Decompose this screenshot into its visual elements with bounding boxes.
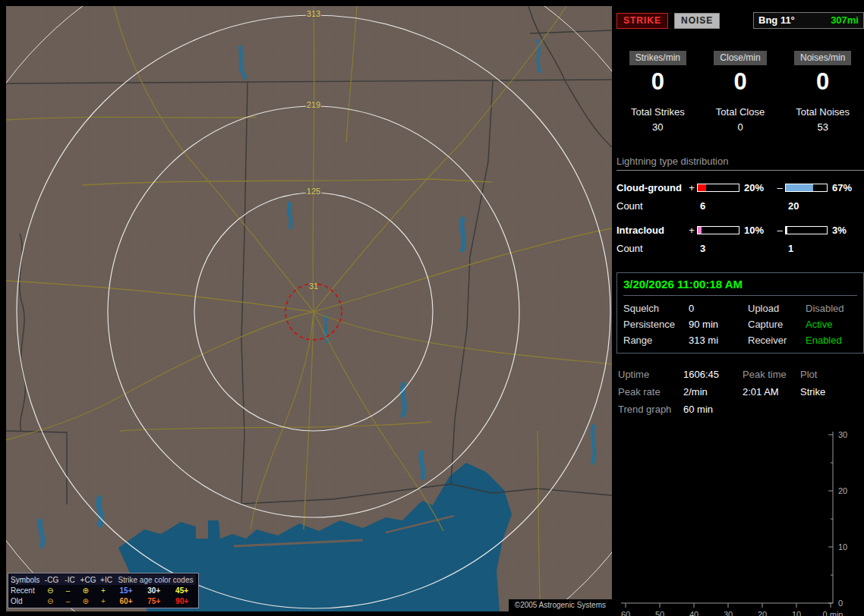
plot-value: Strike xyxy=(800,386,862,398)
peak-time-label: Peak time xyxy=(743,369,800,380)
count-label: Count xyxy=(616,200,686,212)
cloud-ground-row: Cloud-ground + 20% – 67% xyxy=(616,178,864,196)
noises-per-min-label: Noises/min xyxy=(794,51,851,65)
legend-recent-row: Recent ⊖ – ⊕ + 15+ 30+ 45+ xyxy=(11,585,196,596)
squelch-label: Squelch xyxy=(623,303,689,314)
plot-label: Plot xyxy=(800,369,862,380)
trend-x-tick: 0 min xyxy=(823,610,844,616)
totals-row: Total Strikes 30 Total Close 0 Total Noi… xyxy=(616,106,864,133)
plus-sign: + xyxy=(686,225,697,236)
total-noises-label: Total Noises xyxy=(781,106,864,118)
map-canvas[interactable]: 313 219 125 31 xyxy=(6,6,612,611)
age-code: 75+ xyxy=(140,597,168,605)
upload-label: Upload xyxy=(748,303,806,314)
peak-rate-label: Peak rate xyxy=(618,386,683,398)
status-row: Persistence 90 min Capture Active xyxy=(623,316,857,332)
age-code: 15+ xyxy=(112,586,140,595)
trend-graph: 30 20 10 0 60 50 40 30 20 10 0 min xyxy=(616,426,864,616)
strike-map[interactable]: 313 219 125 31 Symbols -CG -IC +CG +IC S… xyxy=(6,6,612,611)
trend-x-tick: 20 xyxy=(758,610,767,616)
total-close-value: 0 xyxy=(699,121,782,133)
persistence-label: Persistence xyxy=(623,319,689,330)
uptime-value: 1606:45 xyxy=(683,369,743,380)
trend-graph-label: Trend graph xyxy=(618,404,683,415)
trend-x-tick: 50 xyxy=(655,610,664,616)
total-noises: Total Noises 53 xyxy=(781,106,864,133)
pos-cg-old-icon: ⊕ xyxy=(77,597,94,605)
ic-negative-bar-fill xyxy=(786,227,787,234)
noises-per-min-value: 0 xyxy=(781,68,864,96)
close-per-min-label: Close/min xyxy=(714,51,766,65)
neg-cg-old-icon: ⊖ xyxy=(42,597,59,605)
trend-x-tick: 10 xyxy=(792,610,801,616)
trend-y-tick: 20 xyxy=(838,486,847,495)
strikes-per-min-value: 0 xyxy=(616,68,699,96)
ring-label: 125 xyxy=(307,187,320,196)
status-row: Range 313 mi Receiver Enabled xyxy=(623,332,857,348)
status-row: Squelch 0 Upload Disabled xyxy=(623,300,857,316)
age-code: 90+ xyxy=(168,597,196,605)
total-strikes-value: 30 xyxy=(616,121,699,133)
peak-time-value: 2:01 AM xyxy=(743,386,800,398)
ic-positive-count: 3 xyxy=(697,243,741,254)
cg-positive-count: 6 xyxy=(697,200,741,212)
stat-row: Uptime 1606:45 Peak time Plot xyxy=(618,366,862,383)
ic-negative-count: 1 xyxy=(785,243,829,254)
pos-ic-old-icon: + xyxy=(94,597,112,605)
total-noises-value: 53 xyxy=(781,121,864,133)
range-label: Range xyxy=(623,335,689,346)
age-code: 30+ xyxy=(140,586,168,595)
trend-y-tick: 0 xyxy=(838,599,843,608)
noise-mode-button[interactable]: NOISE xyxy=(674,13,720,29)
app-window: 313 219 125 31 Symbols -CG -IC +CG +IC S… xyxy=(0,0,864,616)
total-close: Total Close 0 xyxy=(699,106,782,133)
ic-positive-pct: 10% xyxy=(741,225,774,236)
ring-label: 31 xyxy=(309,281,318,291)
total-strikes: Total Strikes 30 xyxy=(616,106,699,133)
cg-negative-pct: 67% xyxy=(829,182,862,193)
minus-sign: – xyxy=(774,225,785,236)
ic-negative-pct: 3% xyxy=(829,225,862,236)
plus-sign: + xyxy=(686,182,697,193)
total-strikes-label: Total Strikes xyxy=(616,106,699,118)
bearing-label: Bng 11° xyxy=(758,14,795,26)
map-legend: Symbols -CG -IC +CG +IC Strike age color… xyxy=(8,573,199,608)
trend-y-tick: 30 xyxy=(838,430,847,439)
cg-positive-bar xyxy=(697,184,739,192)
cloud-ground-count-row: Count 6 20 xyxy=(616,196,864,215)
persistence-value: 90 min xyxy=(689,319,748,330)
trend-x-tick: 40 xyxy=(689,610,698,616)
upload-status: Disabled xyxy=(806,303,857,314)
intracloud-row: Intracloud + 10% – 3% xyxy=(616,221,864,239)
clock-readout: 3/20/2026 11:00:18 AM xyxy=(623,278,857,296)
legend-col-pos-ic: +IC xyxy=(97,576,115,584)
ring-label: 313 xyxy=(307,9,320,18)
cg-positive-pct: 20% xyxy=(741,182,774,193)
legend-old-label: Old xyxy=(11,597,42,605)
stat-row: Trend graph 60 min xyxy=(618,401,862,418)
ic-positive-bar xyxy=(697,226,739,234)
peak-rate-value: 2/min xyxy=(683,386,743,398)
age-code: 45+ xyxy=(168,586,196,595)
copyright-label: ©2005 Astrogenic Systems xyxy=(509,599,612,611)
capture-status: Active xyxy=(806,319,857,330)
noises-per-min-meter: Noises/min 0 xyxy=(781,50,864,96)
legend-recent-label: Recent xyxy=(11,586,42,595)
mode-row: STRIKE NOISE Bng 11° 307mi xyxy=(616,12,864,29)
legend-col-neg-cg: -CG xyxy=(43,576,61,584)
strikes-per-min-meter: Strikes/min 0 xyxy=(616,50,699,96)
trend-graph-value: 60 min xyxy=(683,404,743,415)
cg-negative-count: 20 xyxy=(785,200,829,212)
minus-sign: – xyxy=(774,182,785,193)
status-box: 3/20/2026 11:00:18 AM Squelch 0 Upload D… xyxy=(616,272,864,354)
stats-box: Uptime 1606:45 Peak time Plot Peak rate … xyxy=(616,366,864,418)
receiver-label: Receiver xyxy=(748,335,806,346)
distribution-title: Lightning type distribution xyxy=(616,156,864,171)
intracloud-count-row: Count 3 1 xyxy=(616,239,864,257)
close-per-min-meter: Close/min 0 xyxy=(699,50,782,96)
legend-age-title: Strike age color codes xyxy=(115,576,196,584)
rate-meters: Strikes/min 0 Close/min 0 Noises/min 0 xyxy=(616,50,864,96)
count-label: Count xyxy=(616,243,686,254)
trend-x-tick: 60 xyxy=(621,610,630,616)
strike-mode-button[interactable]: STRIKE xyxy=(616,13,668,29)
